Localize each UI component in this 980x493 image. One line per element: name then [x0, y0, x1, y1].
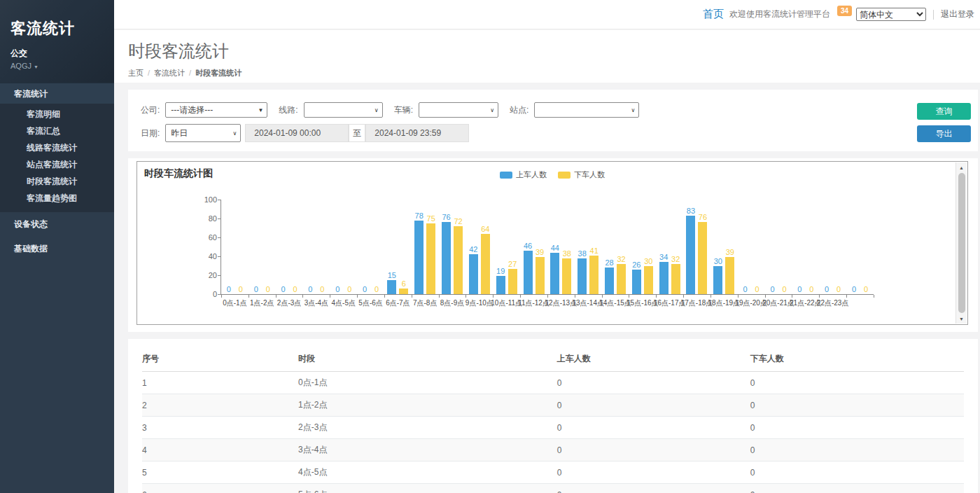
bar-column: 19 — [496, 200, 505, 294]
bar-group-9: 42649点-10点 — [465, 200, 493, 294]
bar-group-19: 0019点-20点 — [738, 200, 765, 294]
bar[interactable] — [617, 264, 626, 294]
breadcrumb-separator: / — [189, 69, 191, 77]
line-select[interactable]: ∨ — [304, 102, 383, 118]
bar-column: 64 — [481, 200, 490, 294]
bar-value-label: 0 — [797, 285, 802, 293]
bar[interactable] — [659, 262, 668, 294]
scroll-down-icon[interactable]: ▼ — [956, 314, 967, 324]
bar[interactable] — [536, 257, 545, 294]
sidebar-item-4[interactable]: 时段客流统计 — [0, 173, 114, 190]
welcome-text: 欢迎使用客流统计管理平台 — [729, 8, 830, 20]
bar-group-15: 263015点-16点 — [629, 200, 656, 294]
table-cell: 6 — [142, 484, 298, 493]
bar[interactable] — [508, 269, 517, 294]
bar[interactable] — [698, 222, 707, 294]
breadcrumb-separator: / — [148, 69, 150, 77]
bar-column: 0 — [263, 200, 272, 294]
bar-column: 39 — [536, 200, 545, 294]
vehicle-select[interactable]: ∨ — [419, 102, 498, 118]
bar-value-label: 0 — [852, 285, 856, 293]
bar[interactable] — [454, 226, 463, 294]
sidebar-group-0[interactable]: 客流统计 — [0, 83, 114, 104]
scrollbar-thumb[interactable] — [958, 173, 965, 313]
language-select[interactable]: 简体中文 — [856, 8, 926, 21]
sidebar-item-1[interactable]: 客流汇总 — [0, 123, 114, 139]
bar[interactable] — [387, 280, 396, 294]
breadcrumb-home[interactable]: 主页 — [128, 69, 144, 77]
bar-column: 26 — [632, 200, 641, 294]
bar[interactable] — [671, 264, 680, 294]
hourly-stats-table: 序号时段上车人数下车人数 10点-1点0021点-2点0032点-3点0043点… — [142, 347, 964, 493]
bar-column: 27 — [508, 200, 517, 294]
table-cell: 0 — [750, 372, 964, 394]
breadcrumb-section[interactable]: 客流统计 — [154, 69, 185, 77]
station-select[interactable]: ∨ — [534, 102, 639, 118]
bar-value-label: 42 — [469, 245, 477, 254]
export-button[interactable]: 导出 — [917, 125, 971, 142]
sidebar-group-1[interactable]: 设备状态 — [0, 212, 114, 237]
bar-column: 41 — [589, 200, 598, 294]
bar-value-label: 0 — [782, 285, 786, 293]
bar-column: 34 — [659, 200, 668, 294]
bar[interactable] — [481, 234, 490, 294]
bar-value-label: 26 — [632, 261, 640, 269]
query-button[interactable]: 查询 — [917, 103, 971, 120]
page-heading: 时段客流统计 主页/客流统计/时段客流统计 — [114, 30, 980, 83]
sidebar-group-2[interactable]: 基础数据 — [0, 237, 114, 261]
table-cell: 0 — [750, 439, 964, 461]
sidebar-item-2[interactable]: 线路客流统计 — [0, 139, 114, 156]
sidebar-logo-area: 客流统计 公交 AQGJ▼ — [0, 0, 114, 83]
bar-value-label: 0 — [770, 285, 774, 293]
bar-column: 44 — [550, 200, 559, 294]
chart-scrollbar[interactable]: ▲ ▼ — [955, 162, 967, 324]
y-tick-label: 20 — [195, 271, 217, 279]
sidebar-item-5[interactable]: 客流量趋势图 — [0, 190, 114, 207]
company-select[interactable]: ---请选择--- ▼ — [165, 102, 267, 118]
sidebar-item-0[interactable]: 客流明细 — [0, 106, 114, 123]
bar-value-label: 0 — [308, 285, 312, 293]
bar[interactable] — [589, 256, 598, 294]
date-from-input[interactable]: 2024-01-09 00:00 — [245, 124, 349, 142]
bar[interactable] — [605, 268, 614, 294]
home-link[interactable]: 首页 — [703, 8, 724, 21]
y-tick-label: 0 — [195, 290, 217, 298]
bar[interactable] — [496, 276, 505, 294]
bar[interactable] — [399, 289, 408, 294]
bar[interactable] — [713, 266, 722, 295]
bar[interactable] — [426, 223, 435, 294]
bar-column: 0 — [780, 200, 789, 294]
bar-column: 83 — [686, 200, 695, 294]
bar[interactable] — [725, 257, 734, 294]
bar[interactable] — [414, 221, 424, 294]
bar[interactable] — [562, 258, 571, 294]
notification-badge[interactable]: 34 — [837, 6, 852, 16]
bar[interactable] — [469, 254, 478, 294]
bar-column: 39 — [725, 200, 734, 294]
scroll-up-icon[interactable]: ▲ — [956, 162, 967, 172]
bar[interactable] — [578, 258, 587, 294]
x-tick-label: 6点-7点 — [386, 298, 410, 308]
bar[interactable] — [524, 251, 533, 294]
sidebar-item-3[interactable]: 站点客流统计 — [0, 156, 114, 173]
bar[interactable] — [442, 222, 451, 294]
bar-column: 0 — [318, 200, 327, 294]
bar-value-label: 64 — [481, 225, 489, 233]
bar[interactable] — [686, 216, 695, 294]
bar-chart-plot: 000点-1点001点-2点002点-3点003点-4点004点-5点005点-… — [221, 200, 874, 294]
table-cell: 0 — [750, 461, 964, 484]
date-to-input[interactable]: 2024-01-09 23:59 — [365, 124, 469, 142]
bar-value-label: 30 — [714, 257, 722, 265]
table-cell: 0 — [557, 394, 750, 417]
bar[interactable] — [632, 270, 641, 294]
table-cell: 3点-4点 — [298, 439, 557, 461]
bar-column: 30 — [713, 200, 722, 294]
bar[interactable] — [644, 266, 653, 295]
date-preset-select[interactable]: 昨日 ∨ — [165, 124, 241, 142]
bar-value-label: 6 — [402, 279, 406, 288]
table-header-cell: 上车人数 — [557, 347, 750, 372]
user-menu[interactable]: AQGJ▼ — [10, 62, 114, 70]
logout-link[interactable]: 退出登录 — [941, 8, 974, 20]
y-tick-mark — [218, 218, 220, 219]
bar[interactable] — [550, 253, 559, 294]
